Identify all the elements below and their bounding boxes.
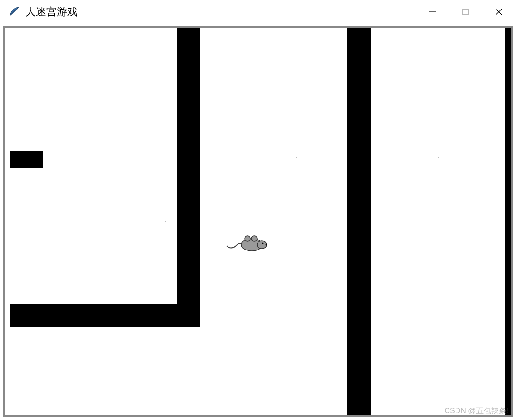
close-button[interactable] — [482, 0, 516, 23]
decoration-dot — [165, 221, 166, 222]
svg-point-7 — [251, 236, 257, 241]
maximize-icon — [462, 8, 469, 16]
window-controls — [416, 0, 516, 23]
maze-wall — [347, 28, 371, 417]
maze-wall — [10, 304, 200, 327]
application-window: 大迷宫游戏 — [0, 0, 516, 420]
content-frame — [0, 23, 516, 420]
titlebar[interactable]: 大迷宫游戏 — [0, 0, 516, 23]
game-canvas[interactable] — [3, 26, 513, 417]
close-icon — [495, 8, 503, 16]
maximize-button[interactable] — [449, 0, 482, 23]
feather-icon — [8, 6, 20, 18]
svg-point-9 — [266, 244, 267, 246]
svg-rect-1 — [463, 9, 468, 15]
maze-wall — [10, 151, 43, 168]
decoration-dot — [438, 157, 439, 158]
svg-point-8 — [262, 243, 264, 244]
maze-wall — [505, 28, 512, 417]
svg-point-6 — [245, 236, 250, 241]
decoration-dot — [296, 157, 297, 158]
minimize-icon — [428, 8, 437, 16]
maze-wall — [177, 28, 200, 322]
player-sprite-mouse[interactable] — [226, 231, 268, 257]
minimize-button[interactable] — [416, 0, 449, 23]
svg-point-5 — [257, 241, 267, 249]
window-title: 大迷宫游戏 — [25, 5, 416, 19]
